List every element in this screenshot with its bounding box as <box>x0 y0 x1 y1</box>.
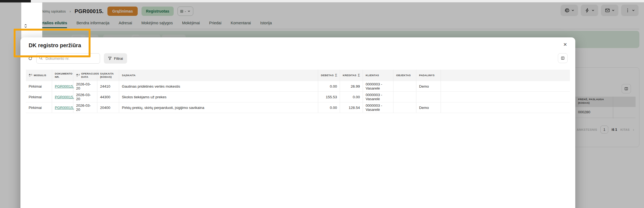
cell-module: Pirkimai <box>26 92 52 102</box>
refresh-icon <box>28 56 32 61</box>
cell-module: Pirkimai <box>26 102 52 113</box>
column-header-module[interactable]: 1MODULIS <box>26 70 52 81</box>
cell-date: 2026-03-20 <box>73 81 97 91</box>
cell-account_code: 20400 <box>97 102 119 113</box>
document-link[interactable]: PGR00015. <box>55 106 74 110</box>
column-header-label: KLIENTAS <box>366 74 379 77</box>
column-header-label: MODULIS <box>34 74 46 77</box>
column-header-label: PADALINYS <box>419 74 435 77</box>
column-header-label: OBJEKTAS <box>396 74 411 77</box>
column-header-credit[interactable]: KREDITASΣ <box>340 70 363 81</box>
cell-object <box>393 81 416 91</box>
modal-title: DK registro peržiūra <box>29 42 81 49</box>
column-header-label: KREDITAS <box>343 74 356 77</box>
close-icon[interactable]: ✕ <box>562 41 568 48</box>
cell-account_code: 24410 <box>97 81 119 91</box>
column-header-_empty[interactable] <box>441 70 570 81</box>
search-input[interactable] <box>36 53 100 64</box>
table-row[interactable]: PirkimaiPGR00015.2026-03-2024410Gautinas… <box>26 81 570 92</box>
cell-department: Demo <box>416 81 441 91</box>
gl-register-table: 1MODULISDOKUMENTO NR.2OPERACIJOS DATASĄS… <box>26 70 570 113</box>
sort-icon[interactable]: 1 <box>29 74 32 77</box>
cell-client: 0000003 - Vasarelė <box>363 92 393 102</box>
table-row[interactable]: PirkimaiPGR00015.2026-03-2044300Skolos t… <box>26 92 570 102</box>
cell-account: Skolos tiekėjams už prekes <box>119 92 318 102</box>
column-header-label: OPERACIJOS DATA <box>81 72 99 79</box>
column-header-object[interactable]: OBJEKTAS <box>393 70 416 81</box>
column-header-label: DEBETAS <box>321 74 334 77</box>
document-link[interactable]: PGR00015. <box>55 95 74 99</box>
column-header-date[interactable]: 2OPERACIJOS DATA <box>73 70 97 81</box>
browser-edge-dark <box>0 0 31 2</box>
browser-edge-strip <box>0 0 644 2</box>
sidebar-unfold-icon[interactable] <box>23 24 28 28</box>
cell-account: Gautinas pridėtinės vertės mokestis <box>119 81 318 91</box>
app-window: maiosos Pirkimų sąskaitos › PGR00015. Gr… <box>0 0 644 208</box>
column-header-department[interactable]: PADALINYS <box>416 70 441 81</box>
cell-doc: PGR00015. <box>52 92 73 102</box>
column-header-label: SĄSKAITA (KODAS) <box>100 72 116 79</box>
cell-doc: PGR00015. <box>52 81 73 91</box>
column-header-doc[interactable]: DOKUMENTO NR. <box>52 70 73 81</box>
filters-button-label: Filtrai <box>114 57 123 61</box>
document-link[interactable]: PGR00015. <box>55 84 74 88</box>
cell-doc: PGR00015. <box>52 102 73 113</box>
cell-credit: 0.00 <box>340 92 363 102</box>
columns-icon <box>561 56 565 60</box>
cell-object <box>393 102 416 113</box>
table-row[interactable]: PirkimaiPGR00015.2026-03-2020400Pirktų p… <box>26 102 570 113</box>
cell-account_code: 44300 <box>97 92 119 102</box>
cell-client: 0000003 - Vasarelė <box>363 102 393 113</box>
cell-date: 2026-03-20 <box>73 92 97 102</box>
cell-department: Demo <box>416 102 441 113</box>
cell-debit: 0.00 <box>318 102 340 113</box>
column-header-label: DOKUMENTO NR. <box>55 72 73 79</box>
table-header-row: 1MODULISDOKUMENTO NR.2OPERACIJOS DATASĄS… <box>26 70 570 81</box>
column-header-label: SĄSKAITA <box>122 74 136 77</box>
sum-icon[interactable]: Σ <box>358 73 360 78</box>
search-field-wrap <box>36 53 100 64</box>
cell-debit: 155.53 <box>318 92 340 102</box>
cell-account: Pirktų prekių, skirtų perparduoti, įsigi… <box>119 102 318 113</box>
cell-_empty <box>441 102 570 113</box>
cell-debit: 0.00 <box>318 81 340 91</box>
column-header-account[interactable]: SĄSKAITA <box>119 70 318 81</box>
cell-client: 0000003 - Vasarelė <box>363 81 393 91</box>
filters-button[interactable]: Filtrai <box>104 53 127 64</box>
cell-_empty <box>441 92 570 102</box>
column-header-client[interactable]: KLIENTAS <box>363 70 393 81</box>
cell-_empty <box>441 81 570 91</box>
cell-credit: 26.99 <box>340 81 363 91</box>
cell-department <box>416 92 441 102</box>
modal-column-settings-button[interactable] <box>558 53 568 63</box>
sum-icon[interactable]: Σ <box>335 73 337 78</box>
column-header-debit[interactable]: DEBETASΣ <box>318 70 340 81</box>
funnel-icon <box>108 57 112 60</box>
column-header-account_code[interactable]: SĄSKAITA (KODAS) <box>97 70 119 81</box>
cell-date: 2026-03-20 <box>73 102 97 113</box>
cell-object <box>393 92 416 102</box>
gl-register-modal: DK registro peržiūra ✕ Filtrai 1MODULISD… <box>20 37 575 208</box>
cell-credit: 128.54 <box>340 102 363 113</box>
refresh-button[interactable] <box>28 56 32 61</box>
cell-module: Pirkimai <box>26 81 52 91</box>
modal-toolbar: Filtrai <box>28 53 127 64</box>
sort-icon[interactable]: 2 <box>76 74 80 77</box>
